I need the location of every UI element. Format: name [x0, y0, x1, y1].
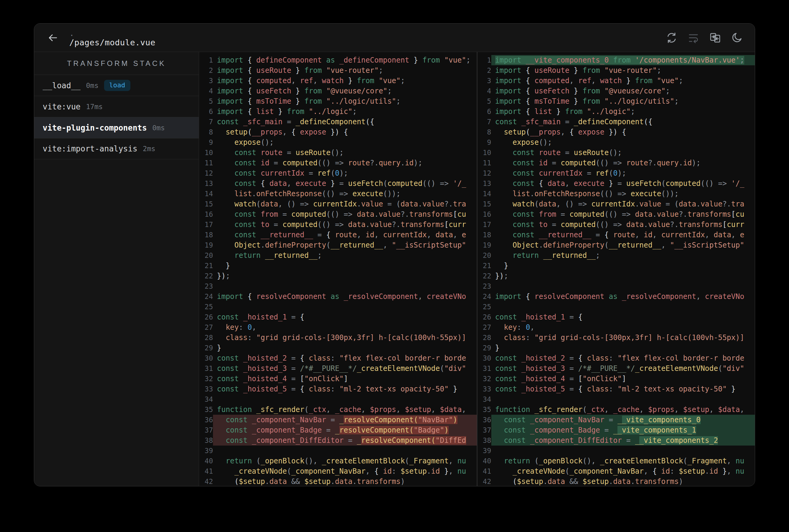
inspect-window: ./pages/module.vue: [34, 23, 755, 486]
diff-left-panel[interactable]: 1import { defineComponent as _defineComp…: [199, 52, 477, 486]
code-line-right-3: 3import { computed, ref, watch } from "v…: [477, 76, 755, 86]
code-line-left-42: 42 ($setup.data && $setup.data.transform…: [199, 476, 477, 486]
code-text: [213, 281, 477, 291]
sidebar-item-vite-plugin-components[interactable]: vite-plugin-components0ms: [34, 117, 199, 138]
line-number: 2: [477, 66, 491, 74]
line-wrap-button[interactable]: [687, 32, 700, 44]
code-text: }: [213, 261, 477, 271]
line-number: 34: [477, 395, 491, 403]
code-line-right-10: 10 const route = useRoute();: [477, 148, 755, 158]
code-line-right-26: 26const _hoisted_1 = {: [477, 312, 755, 322]
code-text: import { computed, ref, watch } from "vu…: [213, 76, 477, 86]
content-area: TRANSFORM STACK __load__0msloadvite:vue1…: [34, 52, 755, 486]
code-line-right-25: 25: [477, 302, 755, 312]
code-line-left-27: 27 key: 0,: [199, 322, 477, 332]
line-number: 35: [199, 406, 213, 414]
code-text: const route = useRoute();: [213, 148, 477, 158]
code-line-right-11: 11 const id = computed(() => route?.quer…: [477, 158, 755, 168]
code-line-right-33: 33const _hoisted_5 = { class: "ml-2 text…: [477, 384, 755, 394]
line-wrap-icon: [687, 32, 699, 44]
code-line-right-18: 18 const __returned__ = { route, id, cur…: [477, 230, 755, 240]
code-text: watch(data, () => currentIdx.value = (da…: [491, 199, 755, 209]
code-line-right-13: 13 const { data, execute } = useFetch(co…: [477, 178, 755, 189]
code-line-left-18: 18 const __returned__ = { route, id, cur…: [199, 230, 477, 240]
side-by-side-diff-icon: [709, 32, 721, 44]
line-number: 2: [199, 66, 213, 74]
line-number: 25: [477, 303, 491, 311]
code-text: ($setup.data && $setup.data.transforms): [491, 476, 755, 486]
code-text: const from = computed(() => data.value?.…: [213, 209, 477, 220]
plugin-name: __load__: [43, 81, 80, 90]
code-line-left-38: 38 const _component_DiffEditor = _resolv…: [199, 435, 477, 445]
code-line-right-14: 14 list.onFetchResponse(() => execute())…: [477, 189, 755, 199]
code-line-left-17: 17 const to = computed(() => data.value?…: [199, 220, 477, 230]
code-line-right-36: 36 const _component_NavBar = __vite_comp…: [477, 415, 755, 425]
code-text: key: 0,: [491, 322, 755, 332]
refresh-button[interactable]: [665, 32, 678, 44]
code-line-left-1: 1import { defineComponent as _defineComp…: [199, 55, 477, 65]
code-text: const to = computed(() => data.value?.tr…: [491, 220, 755, 230]
code-text: });: [213, 271, 477, 281]
code-line-right-9: 9 expose();: [477, 137, 755, 148]
line-number: 18: [199, 231, 213, 239]
code-line-right-6: 6import { list } from "../logic";: [477, 107, 755, 117]
code-text: }: [491, 261, 755, 271]
line-number: 17: [477, 221, 491, 229]
plugin-duration: 2ms: [143, 145, 155, 153]
line-number: 15: [477, 200, 491, 208]
code-text: key: 0,: [213, 322, 477, 332]
line-number: 22: [477, 272, 491, 280]
code-text: import { useRoute } from "vue-router";: [213, 65, 477, 76]
code-text: return __returned__;: [491, 250, 755, 261]
dark-mode-toggle[interactable]: [731, 32, 743, 44]
code-text: setup(__props, { expose }) {: [213, 127, 477, 137]
back-button[interactable]: [46, 31, 60, 45]
code-line-left-10: 10 const route = useRoute();: [199, 148, 477, 158]
line-number: 9: [199, 138, 213, 146]
line-number: 13: [477, 179, 491, 187]
code-line-right-27: 27 key: 0,: [477, 322, 755, 332]
sidebar-item--load-[interactable]: __load__0msload: [34, 75, 199, 96]
code-text: const from = computed(() => data.value?.…: [491, 209, 755, 220]
code-text: const currentIdx = ref(0);: [491, 168, 755, 178]
line-number: 24: [477, 292, 491, 301]
side-by-side-diff-button[interactable]: [709, 32, 721, 44]
line-number: 38: [199, 436, 213, 444]
transform-stack-list: __load__0msloadvite:vue17msvite-plugin-c…: [34, 75, 199, 159]
plugin-duration: 0ms: [86, 82, 98, 90]
line-number: 10: [477, 149, 491, 156]
code-text: const _component_DiffEditor = _resolveCo…: [213, 435, 477, 445]
code-line-left-2: 2import { useRoute } from "vue-router";: [199, 65, 477, 76]
line-number: 20: [199, 251, 213, 259]
code-text: const _component_Badge = _resolveCompone…: [213, 425, 477, 435]
sidebar-item-vite-import-analysis[interactable]: vite:import-analysis2ms: [34, 138, 199, 159]
code-line-left-6: 6import { list } from "../logic";: [199, 107, 477, 117]
code-text: const _hoisted_5 = { class: "ml-2 text-x…: [491, 384, 755, 394]
code-line-left-19: 19 Object.defineProperty(__returned__, "…: [199, 240, 477, 250]
sidebar-item-vite-vue[interactable]: vite:vue17ms: [34, 96, 199, 117]
code-text: [491, 445, 755, 456]
code-text: list.onFetchResponse(() => execute());: [491, 189, 755, 199]
line-number: 19: [199, 241, 213, 249]
code-text: expose();: [213, 137, 477, 148]
code-text: import { resolveComponent as _resolveCom…: [491, 291, 755, 302]
code-text: const __returned__ = { route, id, curren…: [213, 230, 477, 240]
line-number: 10: [199, 149, 213, 156]
code-text: class: "grid grid-cols-[300px,3fr] h-[ca…: [491, 332, 755, 343]
line-number: 26: [199, 313, 213, 321]
line-number: 33: [477, 385, 491, 393]
line-number: 42: [477, 478, 491, 486]
diff-right-panel[interactable]: 1import __vite_components_0 from '/compo…: [477, 52, 755, 486]
line-number: 38: [477, 436, 491, 444]
line-number: 40: [199, 457, 213, 465]
code-line-right-12: 12 const currentIdx = ref(0);: [477, 168, 755, 178]
code-line-right-16: 16 const from = computed(() => data.valu…: [477, 209, 755, 220]
code-line-left-7: 7const _sfc_main = _defineComponent({: [199, 117, 477, 127]
code-line-left-13: 13 const { data, execute } = useFetch(co…: [199, 178, 477, 189]
line-number: 27: [199, 323, 213, 331]
code-text: list.onFetchResponse(() => execute());: [213, 189, 477, 199]
line-number: 5: [477, 97, 491, 105]
code-text: const __returned__ = { route, id, curren…: [491, 230, 755, 240]
code-text: [491, 302, 755, 312]
line-number: 41: [477, 467, 491, 475]
